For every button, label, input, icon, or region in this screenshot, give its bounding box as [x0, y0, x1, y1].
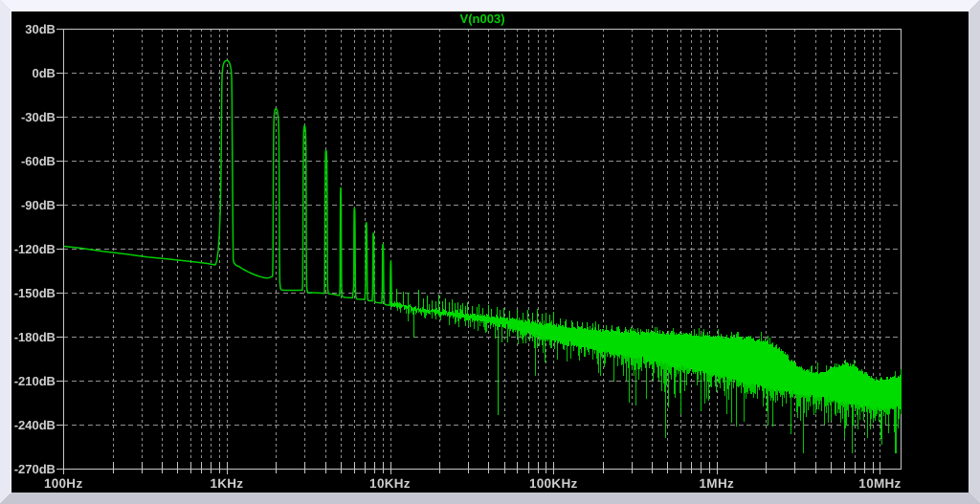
- svg-text:-210dB: -210dB: [14, 374, 56, 388]
- svg-text:0dB: 0dB: [32, 66, 56, 80]
- svg-text:1MHz: 1MHz: [700, 476, 734, 491]
- svg-text:-120dB: -120dB: [14, 242, 56, 256]
- svg-text:1KHz: 1KHz: [210, 476, 243, 491]
- svg-text:-240dB: -240dB: [14, 418, 56, 432]
- svg-text:-30dB: -30dB: [21, 110, 56, 124]
- svg-text:-180dB: -180dB: [14, 330, 56, 344]
- svg-text:-150dB: -150dB: [14, 286, 56, 300]
- svg-text:-90dB: -90dB: [21, 198, 56, 212]
- svg-text:30dB: 30dB: [25, 22, 56, 36]
- svg-text:V(n003): V(n003): [460, 11, 505, 26]
- svg-text:-60dB: -60dB: [21, 154, 56, 168]
- svg-text:10MHz: 10MHz: [858, 476, 901, 491]
- svg-text:100Hz: 100Hz: [44, 476, 83, 491]
- svg-text:-270dB: -270dB: [14, 462, 56, 476]
- svg-text:10KHz: 10KHz: [369, 476, 411, 491]
- svg-text:100KHz: 100KHz: [529, 476, 578, 491]
